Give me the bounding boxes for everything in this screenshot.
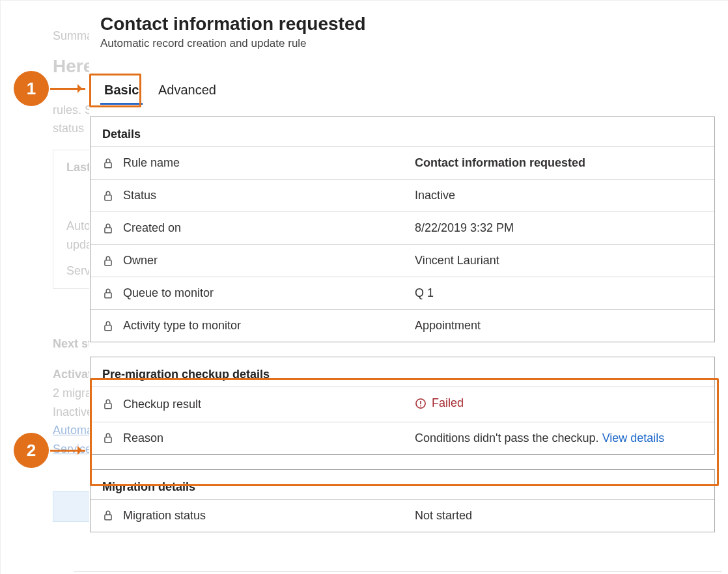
precheck-card: Pre-migration checkup details Checkup re…	[90, 357, 715, 455]
svg-rect-3	[105, 260, 111, 265]
record-panel: Contact information requested Automatic …	[90, 7, 715, 532]
label-status: Status	[123, 189, 156, 202]
lock-icon	[102, 320, 114, 332]
tab-basic[interactable]: Basic	[100, 79, 143, 105]
error-icon	[415, 398, 427, 409]
value-queue: Q 1	[415, 286, 703, 300]
row-rule-name: Rule name Contact information requested	[91, 146, 714, 179]
page-title: Contact information requested	[100, 14, 705, 34]
migration-card: Migration details Migration status Not s…	[90, 469, 715, 532]
lock-icon	[102, 255, 114, 267]
value-status: Inactive	[415, 189, 703, 202]
svg-rect-6	[105, 403, 111, 409]
tab-bar: Basic Advanced	[90, 79, 715, 105]
annotation-dot-2: 2	[14, 433, 49, 468]
row-status: Status Inactive	[91, 179, 714, 212]
value-reason: Conditions didn't pass the checkup. View…	[415, 431, 703, 445]
lock-icon	[102, 223, 114, 234]
label-reason: Reason	[123, 431, 163, 445]
value-owner: Vincent Lauriant	[415, 254, 703, 267]
value-created-on: 8/22/2019 3:32 PM	[415, 221, 703, 235]
label-queue: Queue to monitor	[123, 286, 214, 300]
svg-rect-1	[105, 195, 111, 200]
page-subtitle: Automatic record creation and update rul…	[100, 37, 705, 50]
annotation-arrow-1	[50, 88, 85, 90]
svg-rect-0	[105, 162, 111, 167]
details-card: Details Rule name Contact information re…	[90, 116, 715, 342]
svg-rect-4	[105, 292, 111, 297]
lock-icon	[102, 398, 114, 410]
row-owner: Owner Vincent Lauriant	[91, 244, 714, 277]
lock-icon	[102, 432, 114, 444]
label-owner: Owner	[123, 254, 158, 267]
label-activity-type: Activity type to monitor	[123, 319, 241, 333]
label-created-on: Created on	[123, 221, 181, 235]
row-checkup-result: Checkup result Failed	[91, 387, 714, 422]
row-migration-status: Migration status Not started	[91, 499, 714, 532]
precheck-section-title: Pre-migration checkup details	[91, 361, 714, 387]
row-reason: Reason Conditions didn't pass the checku…	[91, 422, 714, 454]
label-rule-name: Rule name	[123, 156, 180, 170]
label-checkup-result: Checkup result	[123, 398, 201, 411]
tab-advanced[interactable]: Advanced	[154, 79, 220, 103]
svg-rect-5	[105, 325, 111, 330]
annotation-arrow-2	[50, 450, 85, 452]
row-activity-type: Activity type to monitor Appointment	[91, 309, 714, 342]
value-checkup-result: Failed	[415, 396, 464, 410]
row-queue: Queue to monitor Q 1	[91, 277, 714, 309]
lock-icon	[102, 288, 114, 299]
bottom-divider	[74, 571, 722, 572]
label-migration-status: Migration status	[123, 509, 206, 523]
lock-icon	[102, 510, 114, 521]
value-activity-type: Appointment	[415, 319, 703, 333]
details-section-title: Details	[91, 121, 714, 146]
row-created-on: Created on 8/22/2019 3:32 PM	[91, 212, 714, 244]
migration-section-title: Migration details	[91, 474, 714, 499]
lock-icon	[102, 157, 114, 169]
svg-rect-11	[105, 515, 111, 520]
value-rule-name: Contact information requested	[415, 156, 703, 170]
annotation-dot-1: 1	[14, 71, 49, 106]
lock-icon	[102, 190, 114, 202]
svg-rect-10	[105, 437, 111, 443]
svg-point-9	[420, 405, 421, 406]
value-migration-status: Not started	[415, 509, 703, 523]
svg-rect-2	[105, 227, 111, 232]
view-details-link[interactable]: View details	[602, 431, 665, 444]
